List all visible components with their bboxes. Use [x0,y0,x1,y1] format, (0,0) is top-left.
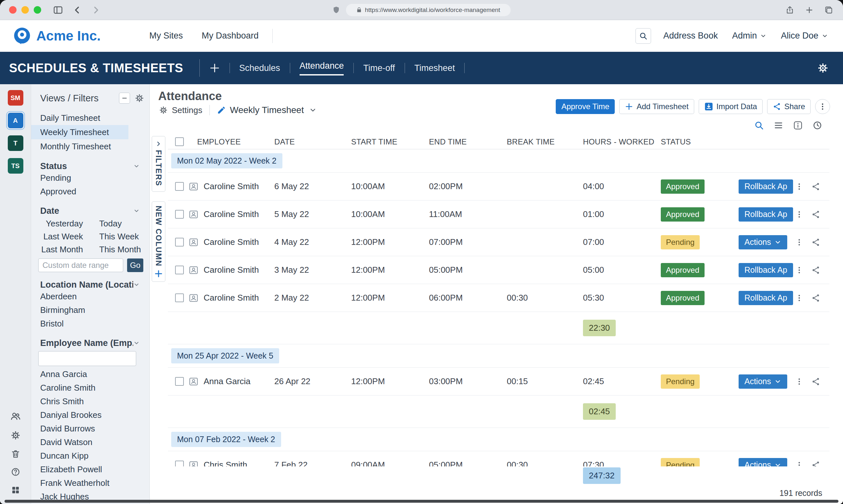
employee-card-icon[interactable] [189,293,204,303]
row-menu-icon[interactable] [795,461,804,467]
row-share-icon[interactable] [811,377,820,386]
status-section-header[interactable]: Status [31,161,144,171]
row-checkbox[interactable] [175,266,184,274]
row-share-icon[interactable] [811,182,820,191]
row-checkbox[interactable] [175,182,184,191]
row-menu-icon[interactable] [795,377,804,386]
row-checkbox[interactable] [175,210,184,219]
employee-card-icon[interactable] [189,377,204,386]
go-button[interactable]: Go [127,258,143,272]
search-table-icon[interactable] [754,121,764,130]
employee-card-icon[interactable] [189,182,204,192]
row-action-button[interactable]: Rollback Ap [739,179,793,194]
employee-filter-item[interactable]: Daniyal Brookes [31,408,144,422]
workspace-t[interactable]: T [8,136,23,151]
row-menu-icon[interactable] [795,210,804,219]
view-item[interactable]: Monthly Timesheet [31,139,128,154]
address-book-link[interactable]: Address Book [664,31,718,41]
row-action-button[interactable]: Actions [739,235,787,249]
brand[interactable]: Acme Inc. [13,27,101,45]
sidebar-settings-icon[interactable] [135,93,144,103]
row-checkbox[interactable] [175,293,184,302]
expand-filters-icon[interactable] [155,140,162,147]
apps-icon[interactable] [11,485,20,495]
tab-attendance[interactable]: Attendance [290,52,354,84]
module-settings-icon[interactable] [817,62,829,74]
share-button[interactable]: Share [767,99,811,114]
location-filter-item[interactable]: Birmingham [31,303,144,317]
row-checkbox[interactable] [175,377,184,386]
location-filter-item[interactable]: Aberdeen [31,290,144,303]
new-column-panel[interactable]: NEW COLUMN [152,201,165,282]
row-checkbox[interactable] [175,238,184,247]
view-selector[interactable]: Weekly Timesheet [230,105,304,115]
row-menu-icon[interactable] [795,294,804,302]
menu-icon[interactable] [774,121,783,130]
custom-date-range-input[interactable] [38,258,123,272]
select-all-checkbox[interactable] [175,137,184,146]
settings-label[interactable]: Settings [172,105,202,115]
add-column-icon[interactable] [154,269,163,278]
employee-filter-item[interactable]: Chris Smith [31,395,144,408]
tab-timesheet[interactable]: Timesheet [405,52,465,84]
workspace-sm[interactable]: SM [8,90,23,106]
shield-icon[interactable] [332,5,340,14]
collapse-panel-button[interactable] [119,93,130,104]
row-menu-icon[interactable] [795,182,804,191]
date-quick-link[interactable]: Today [83,217,144,230]
row-share-icon[interactable] [811,266,820,275]
location-filter-item[interactable]: Bristol [31,317,144,330]
row-share-icon[interactable] [811,461,820,467]
status-filter-item[interactable]: Pending [31,171,144,185]
row-share-icon[interactable] [811,293,820,303]
employee-filter-item[interactable]: Anna Garcia [31,367,144,381]
employee-search-input[interactable] [38,351,136,366]
view-item[interactable]: Weekly Timesheet [31,125,128,139]
date-quick-link[interactable]: This Week [83,230,144,243]
history-icon[interactable] [812,121,822,130]
back-icon[interactable] [72,5,82,15]
add-timesheet-button[interactable]: Add Timesheet [619,99,694,114]
date-quick-link[interactable]: Last Week [31,230,83,243]
employee-filter-item[interactable]: Elizabeth Powell [31,463,144,476]
browser-sidebar-icon[interactable] [53,5,63,15]
user-menu[interactable]: Alice Doe [781,31,828,41]
users-icon[interactable] [10,411,21,422]
help-icon[interactable] [11,467,20,477]
tab-schedules[interactable]: Schedules [229,52,290,84]
row-action-button[interactable]: Actions [739,375,787,389]
admin-menu[interactable]: Admin [732,31,767,41]
add-view-button[interactable] [209,62,221,74]
forward-icon[interactable] [91,5,101,15]
row-share-icon[interactable] [811,210,820,219]
nav-my-dashboard[interactable]: My Dashboard [202,31,259,41]
workspace-a[interactable]: A [8,113,23,128]
trash-icon[interactable] [11,449,20,458]
zoom-window-button[interactable] [34,6,41,14]
employee-card-icon[interactable] [189,265,204,275]
date-quick-link[interactable]: This Month [83,243,144,256]
employee-filter-item[interactable]: Frank Weatherholt [31,476,144,490]
settings-icon[interactable] [11,430,21,440]
tab-overview-icon[interactable] [824,5,833,15]
employee-card-icon[interactable] [189,210,204,219]
import-data-button[interactable]: Import Data [699,99,762,114]
address-bar[interactable]: https://www.workdigital.io/workforce-man… [346,4,511,16]
status-filter-item[interactable]: Approved [31,185,144,198]
share-page-icon[interactable] [785,5,794,15]
tab-time-off[interactable]: Time-off [354,52,405,84]
employee-filter-item[interactable]: Caroline Smith [31,381,144,395]
employee-filter-item[interactable]: David Watson [31,435,144,449]
chevron-down-icon[interactable] [309,106,317,114]
edit-view-icon[interactable] [217,106,226,115]
view-item[interactable]: Daily Timesheet [31,111,128,125]
row-menu-icon[interactable] [795,238,804,247]
view-settings-icon[interactable] [159,106,168,115]
minimize-window-button[interactable] [21,6,29,14]
more-options-button[interactable] [815,99,830,114]
global-search-button[interactable] [636,28,651,44]
employee-filter-item[interactable]: Duncan Kipp [31,449,144,463]
date-quick-link[interactable]: Yesterday [31,217,83,230]
row-share-icon[interactable] [811,238,820,247]
employee-filter-item[interactable]: David Burrows [31,422,144,435]
